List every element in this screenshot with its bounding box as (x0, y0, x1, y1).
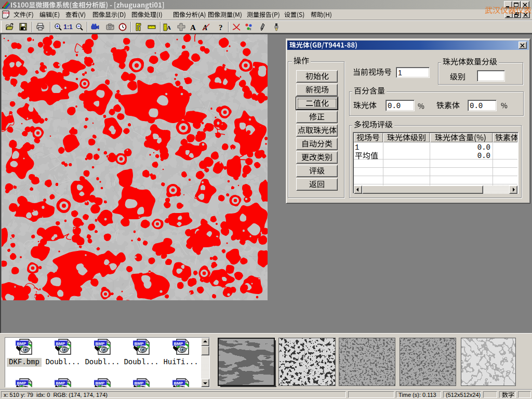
svg-text:?: ? (219, 23, 223, 32)
svg-text:BMP: BMP (135, 341, 144, 346)
svg-text:BMP: BMP (56, 341, 65, 346)
svg-text:BMP: BMP (174, 381, 183, 385)
svg-text:BMP: BMP (135, 381, 144, 385)
svg-text:BMP: BMP (17, 381, 26, 385)
svg-text:BMP: BMP (17, 341, 26, 346)
svg-text:BMP: BMP (96, 381, 105, 385)
svg-text:BMP: BMP (174, 341, 183, 346)
svg-text:3: 3 (249, 28, 251, 31)
svg-text:DOC: DOC (3, 11, 10, 15)
svg-text:A: A (190, 23, 196, 32)
svg-text:A: A (167, 24, 171, 31)
svg-text:BMP: BMP (56, 381, 65, 385)
svg-text:A: A (202, 24, 207, 32)
svg-text:BMP: BMP (96, 341, 105, 346)
